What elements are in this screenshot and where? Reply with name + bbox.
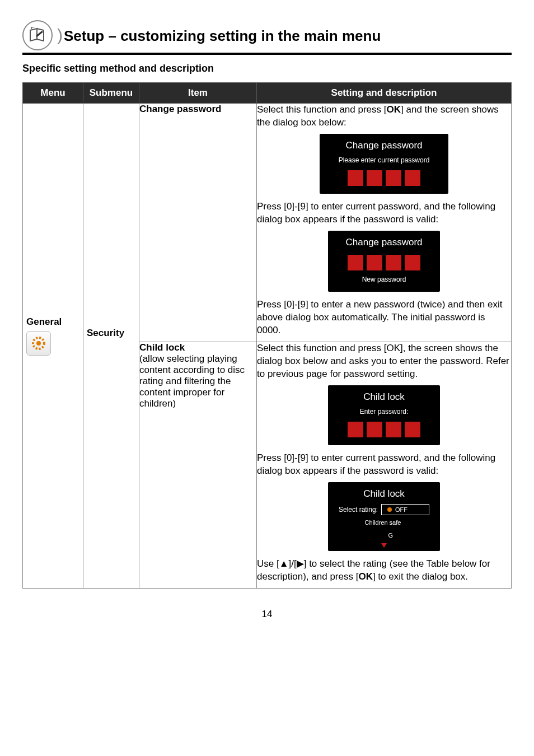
- password-boxes: [334, 422, 434, 437]
- dialog-title: Child lock: [334, 391, 434, 404]
- dialog-title: Change password: [325, 139, 443, 152]
- page-header: )Setup – customizing setting in the main…: [22, 20, 512, 50]
- cl-step3: Use [▲]/[▶] to select the rating (see th…: [257, 558, 511, 584]
- header-rule: [22, 53, 512, 55]
- item-body: (allow selecting playing content accordi…: [139, 353, 256, 409]
- dialog-subtitle: Please enter current password: [325, 156, 443, 165]
- dialog-subtitle: Enter password:: [334, 407, 434, 416]
- th-menu: Menu: [23, 83, 83, 104]
- dialog-change-password-1: Change password Please enter current pas…: [320, 134, 448, 194]
- th-item: Item: [139, 83, 257, 104]
- book-icon: [22, 20, 53, 50]
- dialog-title: Child lock: [334, 488, 434, 501]
- gear-icon: [26, 331, 51, 356]
- dialog-change-password-2: Change password New password: [328, 231, 440, 292]
- submenu-cell: Security: [83, 104, 139, 589]
- desc-cell-child-lock: Select this function and press [OK], the…: [257, 342, 512, 588]
- settings-table: Menu Submenu Item Setting and descriptio…: [22, 82, 512, 589]
- submenu-label: Security: [87, 328, 124, 338]
- rating-option-off: OFF: [381, 504, 429, 516]
- th-desc: Setting and description: [257, 83, 512, 104]
- dialog-child-lock-2: Child lock Select rating: OFF Children s…: [328, 482, 440, 551]
- cp-intro: Select this function and press [OK] and …: [257, 104, 511, 129]
- section-subheading: Specific setting method and description: [22, 63, 512, 74]
- password-boxes: [325, 170, 443, 186]
- rating-option-children-safe: Children safe: [359, 517, 409, 528]
- cp-step2: Press [0]-[9] to enter current password,…: [257, 200, 511, 226]
- rating-option-g: G: [367, 530, 401, 541]
- cp-step3: Press [0]-[9] to enter a new password (t…: [257, 298, 511, 337]
- svg-point-1: [36, 341, 41, 346]
- password-boxes: [334, 255, 434, 270]
- dialog-child-lock-1: Child lock Enter password:: [328, 385, 440, 445]
- cl-step2: Press [0]-[9] to enter current password,…: [257, 452, 511, 478]
- th-submenu: Submenu: [83, 83, 139, 104]
- bullet-icon: [387, 507, 392, 512]
- page-title: )Setup – customizing setting in the main…: [57, 26, 381, 45]
- chevron-down-icon: [381, 543, 387, 548]
- item-title: Change password: [139, 104, 221, 114]
- item-cell-child-lock: Child lock (allow selecting playing cont…: [139, 342, 257, 588]
- menu-label: General: [26, 316, 62, 327]
- desc-cell-change-password: Select this function and press [OK] and …: [257, 104, 512, 342]
- page-number: 14: [22, 609, 512, 620]
- cl-intro: Select this function and press [OK], the…: [257, 342, 511, 381]
- menu-cell: General: [23, 104, 83, 589]
- item-cell-change-password: Change password: [139, 104, 257, 342]
- rating-label: Select rating:: [339, 505, 378, 514]
- dialog-subtitle: New password: [334, 275, 434, 284]
- dialog-title: Change password: [334, 236, 434, 249]
- item-title: Child lock: [139, 342, 256, 353]
